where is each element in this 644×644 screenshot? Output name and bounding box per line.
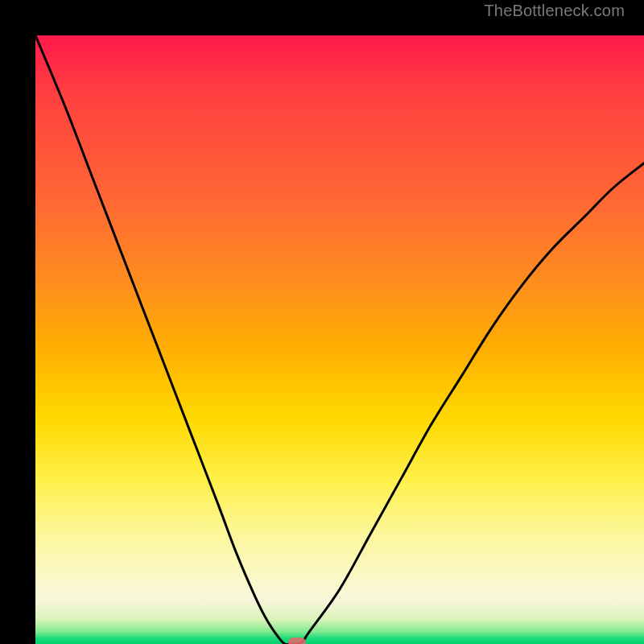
minimum-marker [288, 638, 306, 644]
chart-frame [0, 0, 644, 644]
plot-area [35, 35, 644, 644]
watermark-text: TheBottleneck.com [484, 2, 625, 20]
bottleneck-curve [35, 35, 644, 644]
curve-path [35, 35, 644, 644]
